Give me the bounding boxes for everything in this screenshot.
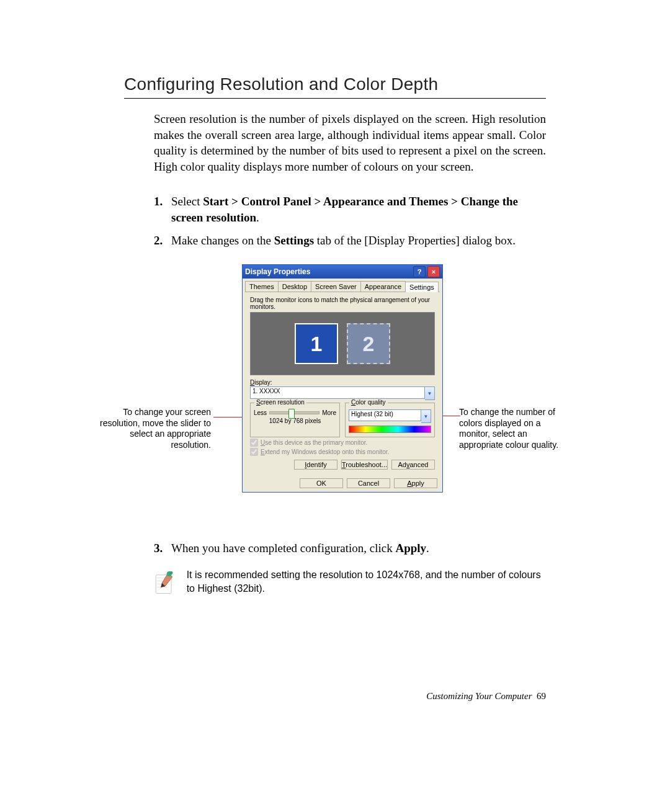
text: .	[256, 211, 259, 224]
tab-row: Themes Desktop Screen Saver Appearance S…	[243, 279, 442, 292]
group-title: Screen resolution	[254, 399, 306, 406]
dialog-title: Display Properties	[245, 267, 411, 276]
resolution-value: 1024 by 768 pixels	[254, 417, 336, 424]
slider-thumb-icon[interactable]	[288, 409, 295, 419]
step-number: 2.	[154, 233, 171, 249]
nav-path: Start > Control Panel > Appearance and T…	[171, 195, 518, 225]
step-list: 1. Select Start > Control Panel > Appear…	[154, 194, 546, 249]
monitor-2-icon[interactable]: 2	[347, 323, 390, 364]
checkbox-icon	[250, 439, 258, 447]
tab-name: Settings	[274, 234, 314, 247]
dialog-button-row: OK Cancel Apply	[243, 475, 442, 492]
identify-button[interactable]: Identify	[294, 460, 337, 470]
tab-desktop[interactable]: Desktop	[278, 281, 311, 292]
svg-point-2	[170, 571, 173, 574]
close-button[interactable]: ×	[427, 266, 440, 277]
info-note: It is recommended setting the resolution…	[154, 568, 546, 598]
text: tab of the [Display Properties] dialog b…	[314, 234, 516, 247]
text: When you have completed configuration, c…	[171, 542, 395, 555]
page-heading: Configuring Resolution and Color Depth	[124, 74, 546, 99]
settings-panel: Drag the monitor icons to match the phys…	[245, 292, 440, 475]
step-1: 1. Select Start > Control Panel > Appear…	[154, 194, 546, 226]
color-quality-group: Color quality Highest (32 bit) ▼	[345, 403, 435, 437]
arrange-instruction: Drag the monitor icons to match the phys…	[250, 297, 435, 310]
slider-less-label: Less	[254, 409, 267, 416]
step-body: Make changes on the Settings tab of the …	[171, 233, 546, 249]
resolution-slider-row: Less More	[254, 409, 336, 416]
checkbox-label: Extend my Windows desktop onto this moni…	[261, 448, 389, 455]
color-spectrum-icon	[349, 426, 431, 433]
inner-button-row: Identify Troubleshoot... Advanced	[250, 460, 435, 470]
callout-left: To change your screen resolution, move t…	[99, 407, 211, 450]
color-quality-dropdown[interactable]: Highest (32 bit) ▼	[349, 409, 431, 423]
monitor-arrangement[interactable]: 1 2	[250, 312, 435, 375]
step-list-continued: 3. When you have completed configuration…	[154, 540, 546, 557]
group-title: Color quality	[349, 399, 388, 406]
chevron-down-icon[interactable]: ▼	[425, 386, 435, 400]
step-number: 1.	[154, 194, 171, 226]
checkbox-label: Use this device as the primary monitor.	[261, 439, 367, 446]
notepad-icon	[154, 568, 176, 598]
callout-right: To change the number of colors displayed…	[459, 407, 571, 450]
help-button[interactable]: ?	[413, 266, 426, 277]
apply-button[interactable]: Apply	[394, 478, 437, 488]
display-dropdown[interactable]: 1. XXXXX ▼	[250, 386, 435, 400]
screen-resolution-group: Screen resolution Less More 1024 by 768 …	[250, 403, 340, 437]
display-properties-dialog: Display Properties ? × Themes Desktop Sc…	[242, 264, 443, 493]
text: Select	[171, 195, 203, 208]
cancel-button[interactable]: Cancel	[347, 478, 390, 488]
primary-monitor-checkbox: Use this device as the primary monitor.	[250, 439, 435, 447]
footer-section: Customizing Your Computer	[426, 691, 532, 701]
step-2: 2. Make changes on the Settings tab of t…	[154, 233, 546, 249]
text: .	[426, 542, 429, 555]
tab-appearance[interactable]: Appearance	[360, 281, 406, 292]
footer-page: 69	[537, 691, 546, 701]
step-body: When you have completed configuration, c…	[171, 540, 546, 557]
chevron-down-icon[interactable]: ▼	[421, 409, 431, 423]
extend-desktop-checkbox: Extend my Windows desktop onto this moni…	[250, 448, 435, 456]
titlebar[interactable]: Display Properties ? ×	[243, 265, 442, 279]
ok-button[interactable]: OK	[300, 478, 343, 488]
advanced-button[interactable]: Advanced	[391, 460, 435, 470]
page-footer: Customizing Your Computer 69	[426, 691, 546, 702]
tab-themes[interactable]: Themes	[245, 281, 279, 292]
figure-display-properties: To change your screen resolution, move t…	[124, 264, 546, 525]
quality-value: Highest (32 bit)	[349, 409, 421, 421]
intro-paragraph: Screen resolution is the number of pixel…	[154, 111, 546, 175]
resolution-slider[interactable]	[269, 411, 319, 414]
step-3: 3. When you have completed configuration…	[154, 540, 546, 557]
display-value: 1. XXXXX	[250, 386, 425, 399]
monitor-1-icon[interactable]: 1	[295, 323, 338, 364]
button-name: Apply	[395, 542, 426, 555]
slider-more-label: More	[322, 409, 336, 416]
step-body: Select Start > Control Panel > Appearanc…	[171, 194, 546, 226]
tab-screensaver[interactable]: Screen Saver	[311, 281, 361, 292]
checkbox-icon	[250, 448, 258, 456]
tab-settings[interactable]: Settings	[405, 282, 439, 292]
display-label: Display:	[250, 379, 435, 386]
troubleshoot-button[interactable]: Troubleshoot...	[341, 460, 388, 470]
step-number: 3.	[154, 540, 171, 557]
note-text: It is recommended setting the resolution…	[187, 568, 546, 595]
text: Make changes on the	[171, 234, 274, 247]
